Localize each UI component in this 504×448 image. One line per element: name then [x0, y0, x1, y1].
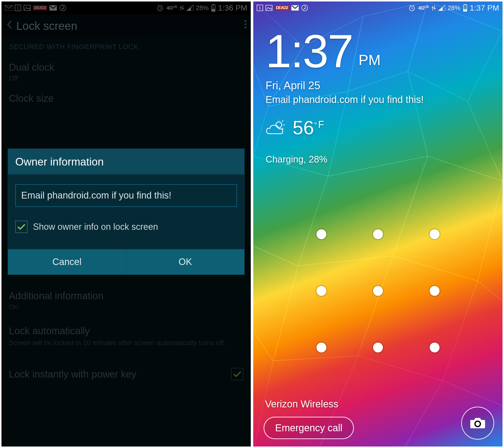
pattern-dot[interactable]: [373, 229, 383, 239]
dialog-body: Email phandroid.com if you find this! Sh…: [8, 174, 244, 239]
temperature-readout: 56°F: [293, 117, 324, 139]
checkbox-checked[interactable]: [15, 221, 28, 233]
svg-point-16: [305, 6, 306, 7]
screenshot-pair: 1 DEAD2 4GLTE: [0, 0, 504, 448]
weather-partly-cloudy-icon: [266, 120, 287, 136]
dead-trigger-icon: DEAD2: [275, 5, 289, 10]
gmail-icon: [291, 5, 299, 11]
cancel-button[interactable]: Cancel: [8, 249, 126, 275]
status-time: 1:37 PM: [470, 3, 499, 13]
pattern-dot[interactable]: [316, 286, 326, 296]
signal-icon: [438, 5, 445, 11]
owner-info-text: Email phandroid.com if you find this!: [266, 94, 490, 105]
temperature-unit: F: [318, 119, 324, 130]
svg-line-24: [282, 120, 283, 122]
status-left: 1 DEAD2: [257, 4, 308, 11]
dialog-title: Owner information: [8, 149, 244, 174]
battery-charging-icon: [463, 4, 467, 12]
camera-shortcut-button[interactable]: [461, 407, 494, 440]
phone-settings: 1 DEAD2 4GLTE: [1, 1, 251, 447]
emergency-call-wrap: Emergency call: [264, 417, 354, 439]
data-arrows-icon: [432, 5, 436, 11]
camera-icon: [470, 417, 486, 429]
checkbox-label: Show owner info on lock screen: [33, 222, 158, 232]
network-4g-icon: 4GLTE: [418, 5, 429, 11]
charging-status: Charging, 28%: [266, 154, 490, 165]
pattern-dot[interactable]: [316, 229, 326, 239]
svg-rect-19: [464, 4, 466, 5]
show-owner-info-row[interactable]: Show owner info on lock screen: [15, 221, 237, 233]
pattern-dot[interactable]: [430, 229, 440, 239]
battery-percent: 28%: [448, 4, 460, 12]
running-icon: [301, 4, 308, 11]
carrier-label: Verizon Wireless: [265, 398, 338, 409]
gallery-icon: [266, 5, 272, 11]
weather-row: 56°F: [266, 117, 490, 139]
pattern-dot[interactable]: [373, 343, 383, 352]
phone-lockscreen: 1 DEAD2 4GLTE: [253, 1, 503, 447]
status-right: 4GLTE 28% 1:37 PM: [408, 3, 499, 13]
pattern-dot[interactable]: [430, 343, 440, 352]
lock-clock: 1:37: [266, 28, 353, 74]
lock-ampm: PM: [359, 52, 381, 74]
pattern-dot[interactable]: [316, 343, 326, 352]
status-bar: 1 DEAD2 4GLTE: [253, 1, 503, 14]
pattern-unlock-grid[interactable]: [293, 206, 463, 376]
svg-line-25: [282, 128, 283, 129]
pattern-dot[interactable]: [430, 286, 440, 296]
emergency-call-button[interactable]: Emergency call: [264, 417, 354, 439]
sim1-icon: 1: [257, 5, 263, 11]
dialog-buttons: Cancel OK: [8, 249, 244, 275]
owner-info-dialog: Owner information Email phandroid.com if…: [8, 149, 244, 275]
owner-info-input[interactable]: Email phandroid.com if you find this!: [15, 184, 237, 207]
svg-text:1: 1: [259, 6, 261, 10]
ok-button[interactable]: OK: [126, 249, 244, 275]
svg-point-21: [276, 122, 282, 128]
lock-date: Fri, April 25: [266, 79, 490, 92]
alarm-icon: [408, 4, 416, 12]
pattern-dot[interactable]: [373, 286, 383, 296]
temperature-value: 56: [293, 117, 314, 138]
